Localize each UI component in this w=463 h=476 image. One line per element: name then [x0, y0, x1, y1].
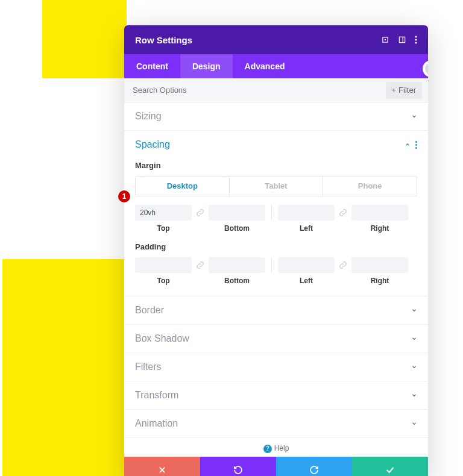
tab-content[interactable]: Content: [124, 54, 180, 78]
chevron-down-icon: [411, 336, 417, 342]
section-title: Animation: [135, 418, 178, 429]
side-label-top: Top: [157, 277, 169, 285]
padding-inputs: Top Bottom Left: [135, 257, 417, 285]
svg-point-5: [415, 39, 417, 40]
padding-label: Padding: [135, 242, 417, 251]
section-spacing: Spacing Margin Desktop Tablet Phone: [124, 131, 428, 296]
filter-button[interactable]: + Filter: [386, 82, 422, 99]
section-title: Box Shadow: [135, 333, 189, 344]
device-tab-desktop[interactable]: Desktop: [136, 177, 230, 196]
margin-left-input[interactable]: [278, 205, 335, 221]
redo-icon: [309, 465, 319, 475]
section-animation: Animation: [124, 410, 428, 438]
section-transform-header[interactable]: Transform: [124, 381, 428, 409]
side-label-bottom: Bottom: [224, 277, 250, 285]
section-sizing: Sizing: [124, 102, 428, 131]
plus-icon: +: [392, 86, 397, 95]
expand-icon[interactable]: [381, 36, 389, 44]
chevron-down-icon: [411, 307, 417, 313]
search-row: + Filter: [124, 78, 428, 102]
svg-point-4: [415, 36, 417, 37]
undo-button[interactable]: [200, 457, 276, 477]
redo-button[interactable]: [276, 457, 352, 477]
undo-icon: [233, 465, 243, 475]
section-sizing-header[interactable]: Sizing: [124, 102, 428, 130]
modal-body: Sizing Spacing Margin Desktop Tablet: [124, 102, 428, 457]
close-icon: [158, 466, 166, 474]
margin-right-input[interactable]: [351, 205, 408, 221]
chevron-up-icon: [405, 142, 411, 148]
annotation-badge-1: 1: [118, 190, 130, 202]
section-box-shadow: Box Shadow: [124, 325, 428, 353]
link-icon[interactable]: [195, 257, 205, 273]
tab-advanced[interactable]: Advanced: [233, 54, 297, 78]
modal-header: Row Settings: [124, 25, 428, 54]
margin-inputs: Top Bottom Left: [135, 205, 417, 233]
section-title: Spacing: [135, 139, 170, 150]
section-actions: [405, 141, 417, 149]
help-icon: ?: [263, 445, 272, 453]
svg-rect-2: [399, 37, 405, 42]
section-title: Transform: [135, 390, 178, 401]
section-animation-header[interactable]: Animation: [124, 410, 428, 437]
device-tab-phone[interactable]: Phone: [323, 177, 417, 196]
dock-icon[interactable]: [398, 36, 406, 44]
section-title: Border: [135, 305, 164, 316]
side-label-right: Right: [371, 277, 389, 285]
padding-right-input[interactable]: [351, 257, 408, 273]
divider: [271, 205, 272, 221]
section-spacing-header[interactable]: Spacing: [124, 131, 428, 158]
filter-label: Filter: [398, 86, 416, 95]
device-tab-tablet[interactable]: Tablet: [230, 177, 324, 196]
save-button[interactable]: [352, 457, 428, 477]
padding-top-input[interactable]: [135, 257, 192, 273]
margin-label: Margin: [135, 161, 417, 170]
padding-bottom-input[interactable]: [209, 257, 265, 273]
search-input[interactable]: [133, 86, 386, 95]
kebab-icon[interactable]: [415, 36, 417, 44]
svg-point-1: [385, 39, 386, 40]
section-border-header[interactable]: Border: [124, 296, 428, 324]
section-title: Sizing: [135, 111, 162, 122]
section-title: Filters: [135, 362, 162, 372]
chevron-down-icon: [411, 392, 417, 398]
divider: [271, 257, 272, 273]
side-label-left: Left: [300, 277, 313, 285]
side-label-right: Right: [371, 224, 389, 233]
link-icon[interactable]: [338, 257, 348, 273]
modal-footer: [124, 457, 428, 477]
section-box-shadow-header[interactable]: Box Shadow: [124, 325, 428, 352]
padding-left-input[interactable]: [278, 257, 335, 273]
check-icon: [385, 465, 395, 475]
tab-bar: Content Design Advanced: [124, 54, 428, 78]
chevron-down-icon: [411, 421, 417, 427]
link-icon[interactable]: [195, 205, 205, 221]
section-spacing-body: Margin Desktop Tablet Phone Top: [124, 161, 428, 296]
header-actions: [381, 36, 417, 44]
section-filters-header[interactable]: Filters: [124, 353, 428, 381]
side-label-top: Top: [157, 224, 169, 233]
row-settings-modal: Row Settings Content Design Advanced + F…: [124, 25, 428, 476]
tab-design[interactable]: Design: [180, 54, 233, 78]
decorative-shape: [42, 0, 127, 78]
help-label: Help: [274, 444, 289, 453]
side-label-bottom: Bottom: [224, 224, 250, 233]
svg-point-6: [415, 42, 417, 43]
margin-bottom-input[interactable]: [209, 205, 265, 221]
side-label-left: Left: [300, 224, 313, 233]
modal-title: Row Settings: [135, 35, 192, 45]
margin-top-input[interactable]: [135, 205, 192, 221]
device-tabs: Desktop Tablet Phone: [135, 176, 417, 196]
chevron-down-icon: [411, 113, 417, 119]
section-transform: Transform: [124, 381, 428, 410]
section-border: Border: [124, 296, 428, 325]
kebab-icon[interactable]: [415, 141, 417, 149]
help-link[interactable]: ?Help: [124, 438, 428, 457]
chevron-down-icon: [411, 364, 417, 370]
section-filters: Filters: [124, 353, 428, 381]
link-icon[interactable]: [338, 205, 348, 221]
cancel-button[interactable]: [124, 457, 200, 477]
